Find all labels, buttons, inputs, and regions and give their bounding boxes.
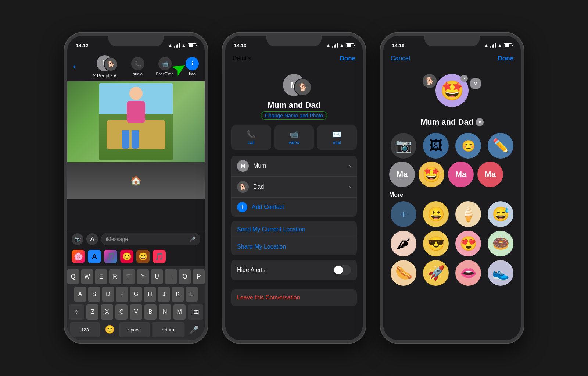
hide-alerts-toggle[interactable] bbox=[333, 265, 351, 275]
key-d[interactable]: D bbox=[102, 287, 114, 302]
key-j[interactable]: J bbox=[158, 287, 170, 302]
back-button[interactable]: ‹ bbox=[73, 62, 76, 71]
call-button[interactable]: 📞 call bbox=[231, 125, 271, 150]
change-name-photo-link[interactable]: Change Name and Photo bbox=[261, 111, 327, 120]
cancel-button[interactable]: Cancel bbox=[391, 55, 410, 62]
picker-done-button[interactable]: Done bbox=[498, 55, 514, 62]
key-f[interactable]: F bbox=[116, 287, 128, 302]
key-y[interactable]: Y bbox=[137, 269, 149, 284]
add-contact-row[interactable]: + Add Contact bbox=[231, 198, 357, 217]
key-o[interactable]: O bbox=[179, 269, 191, 284]
contact-ma-2[interactable]: Ma bbox=[448, 162, 474, 187]
bitmoji-app[interactable]: 😄 bbox=[136, 250, 150, 263]
key-g[interactable]: G bbox=[130, 287, 142, 302]
key-a[interactable]: A bbox=[74, 287, 86, 302]
app-store-button[interactable]: A bbox=[86, 233, 98, 245]
group-name: Mum and Dad bbox=[268, 100, 320, 110]
picker-group-name: Mum and Dad bbox=[420, 117, 473, 127]
more-emoji-cool[interactable]: 😎 bbox=[423, 231, 449, 256]
microphone-key[interactable]: 🎤 bbox=[186, 322, 202, 337]
key-r[interactable]: R bbox=[109, 269, 121, 284]
small-dog-avatar: 🐕 bbox=[423, 74, 437, 88]
emoji-key[interactable]: 😊 bbox=[102, 322, 117, 337]
appstore-app[interactable]: A bbox=[88, 250, 101, 263]
key-u[interactable]: U bbox=[151, 269, 163, 284]
contact-info: M 🐕 2 People ∨ bbox=[79, 55, 131, 78]
camera-input-button[interactable]: 📷 bbox=[72, 233, 83, 245]
battery-3-icon bbox=[504, 43, 512, 47]
key-e[interactable]: E bbox=[95, 269, 107, 284]
clear-name-button[interactable]: ✕ bbox=[476, 118, 484, 126]
memoji-option[interactable]: 😊 bbox=[455, 133, 481, 159]
key-z[interactable]: Z bbox=[86, 304, 98, 320]
status-bar-3: 14:16 ▲ ▲ bbox=[383, 36, 521, 52]
keyboard-row-1: Q W E R T Y U I O P bbox=[69, 269, 203, 284]
phone3-content: Cancel Done 🐕 🤩 ✕ M Mum and Dad ✕ 📷 🖼 😊 … bbox=[383, 52, 521, 340]
key-n[interactable]: N bbox=[159, 304, 171, 320]
numbers-key[interactable]: 123 bbox=[70, 322, 100, 337]
more-emoji-rocket[interactable]: 🚀 bbox=[423, 260, 449, 286]
key-t[interactable]: T bbox=[123, 269, 135, 284]
key-v[interactable]: V bbox=[130, 304, 142, 320]
header-actions: 📞 audio 📹 FaceTime i info bbox=[131, 55, 199, 78]
music2-app[interactable]: 🎵 bbox=[153, 250, 166, 263]
key-c[interactable]: C bbox=[115, 304, 128, 320]
key-m[interactable]: M bbox=[173, 304, 186, 320]
details-header: Details Done bbox=[225, 52, 363, 68]
call-label: call bbox=[248, 140, 254, 145]
key-i[interactable]: I bbox=[165, 269, 177, 284]
key-x[interactable]: X bbox=[101, 304, 113, 320]
audio-button[interactable]: 📞 audio bbox=[131, 57, 144, 76]
video-button[interactable]: 📹 video bbox=[274, 125, 314, 150]
camera-option[interactable]: 📷 bbox=[391, 133, 416, 159]
key-w[interactable]: W bbox=[81, 269, 93, 284]
mail-button[interactable]: ✉️ mail bbox=[317, 125, 357, 150]
dad-avatar: 🐕 bbox=[237, 181, 249, 193]
contact-emoji-smiley[interactable]: 🤩 bbox=[419, 162, 444, 187]
more-emoji-lips[interactable]: 👄 bbox=[455, 260, 481, 286]
key-k[interactable]: K bbox=[172, 287, 184, 302]
pencil-option[interactable]: ✏️ bbox=[488, 133, 513, 159]
details-done-button[interactable]: Done bbox=[340, 55, 356, 62]
time-2: 14:13 bbox=[234, 43, 246, 48]
more-section-label: More bbox=[383, 190, 521, 201]
photos-option[interactable]: 🖼 bbox=[423, 133, 449, 159]
key-q[interactable]: Q bbox=[67, 269, 79, 284]
contact-ma-3[interactable]: Ma bbox=[477, 162, 503, 187]
contact-ma-1[interactable]: Ma bbox=[389, 162, 415, 187]
dad-row[interactable]: 🐕 Dad › bbox=[231, 177, 357, 198]
music-app[interactable]: 🎵 bbox=[104, 250, 117, 263]
space-key[interactable]: space bbox=[119, 322, 150, 337]
shift-key[interactable]: ⇧ bbox=[69, 304, 84, 320]
return-key[interactable]: return bbox=[152, 322, 184, 337]
message-input[interactable]: iMessage 🎤 bbox=[101, 233, 200, 245]
chat-photo-1 bbox=[67, 81, 205, 162]
more-emoji-donut[interactable]: 🍩 bbox=[488, 231, 513, 256]
key-l[interactable]: L bbox=[186, 287, 198, 302]
more-emoji-grid: + 😀 🍦 😅 🌶 😎 😍 🍩 🌭 🚀 👄 👟 bbox=[383, 201, 521, 286]
leave-conversation-label: Leave this Conversation bbox=[237, 294, 300, 301]
signal-3-icon bbox=[490, 43, 496, 48]
leave-conversation-row[interactable]: Leave this Conversation bbox=[231, 289, 357, 306]
delete-key[interactable]: ⌫ bbox=[188, 304, 203, 320]
photos-app[interactable]: 🌸 bbox=[72, 250, 85, 263]
more-add-button[interactable]: + bbox=[391, 201, 416, 227]
stickers-app[interactable]: 😊 bbox=[120, 250, 133, 263]
phone-1: 14:12 ▲ ▲ ‹ M 🐕 2 Peop bbox=[64, 33, 208, 343]
more-emoji-chili[interactable]: 🌶 bbox=[391, 231, 416, 256]
more-emoji-icecream[interactable]: 🍦 bbox=[455, 201, 481, 227]
keyboard-bottom-row: 123 😊 space return 🎤 bbox=[69, 322, 203, 337]
key-b[interactable]: B bbox=[144, 304, 157, 320]
more-emoji-smiley[interactable]: 😀 bbox=[423, 201, 449, 227]
emoji-remove-badge[interactable]: ✕ bbox=[460, 75, 468, 82]
key-h[interactable]: H bbox=[144, 287, 156, 302]
more-emoji-hearteyes[interactable]: 😍 bbox=[455, 231, 481, 256]
key-s[interactable]: S bbox=[88, 287, 100, 302]
more-emoji-hotdog[interactable]: 🌭 bbox=[391, 260, 416, 286]
mum-row[interactable]: M Mum › bbox=[231, 156, 357, 177]
share-location-row[interactable]: Share My Location bbox=[231, 238, 357, 255]
send-location-row[interactable]: Send My Current Location bbox=[231, 221, 357, 238]
key-p[interactable]: P bbox=[193, 269, 205, 284]
more-emoji-sweat[interactable]: 😅 bbox=[488, 201, 513, 227]
more-emoji-sneaker[interactable]: 👟 bbox=[488, 260, 513, 286]
